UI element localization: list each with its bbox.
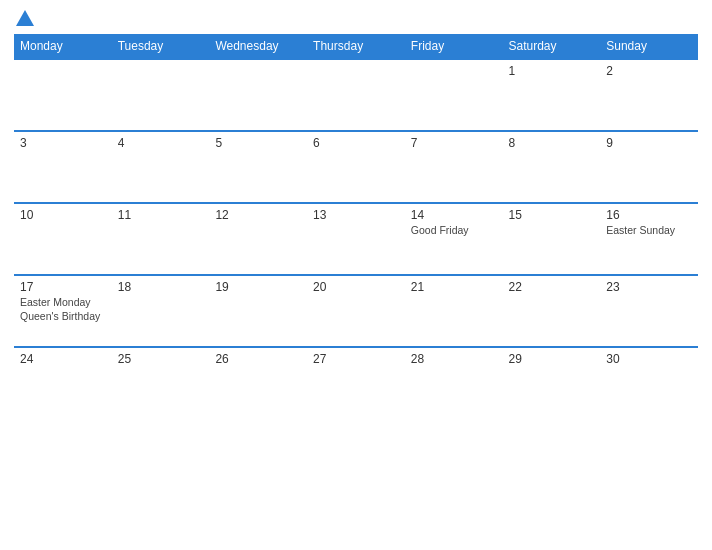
day-number: 4 xyxy=(118,136,204,150)
calendar-day-cell: 4 xyxy=(112,131,210,203)
calendar-week-row: 12 xyxy=(14,59,698,131)
calendar-day-cell: 13 xyxy=(307,203,405,275)
day-number: 29 xyxy=(509,352,595,366)
calendar-day-cell: 21 xyxy=(405,275,503,347)
calendar-day-cell: 29 xyxy=(503,347,601,419)
calendar-day-cell xyxy=(112,59,210,131)
weekday-header-sunday: Sunday xyxy=(600,34,698,59)
day-number: 15 xyxy=(509,208,595,222)
calendar-day-cell xyxy=(405,59,503,131)
day-number: 12 xyxy=(215,208,301,222)
calendar-day-cell xyxy=(14,59,112,131)
logo-triangle-icon xyxy=(16,10,34,26)
calendar-day-cell: 25 xyxy=(112,347,210,419)
calendar-day-cell: 18 xyxy=(112,275,210,347)
calendar-week-row: 17Easter MondayQueen's Birthday181920212… xyxy=(14,275,698,347)
weekday-header-saturday: Saturday xyxy=(503,34,601,59)
calendar-day-cell xyxy=(209,59,307,131)
day-number: 20 xyxy=(313,280,399,294)
calendar-day-cell: 7 xyxy=(405,131,503,203)
day-number: 23 xyxy=(606,280,692,294)
calendar-day-cell: 15 xyxy=(503,203,601,275)
calendar-day-cell: 28 xyxy=(405,347,503,419)
day-number: 9 xyxy=(606,136,692,150)
day-number: 5 xyxy=(215,136,301,150)
calendar-week-row: 3456789 xyxy=(14,131,698,203)
calendar-day-cell: 14Good Friday xyxy=(405,203,503,275)
calendar-day-cell: 2 xyxy=(600,59,698,131)
calendar-day-cell: 16Easter Sunday xyxy=(600,203,698,275)
calendar-thead: MondayTuesdayWednesdayThursdayFridaySatu… xyxy=(14,34,698,59)
weekday-header-monday: Monday xyxy=(14,34,112,59)
day-number: 30 xyxy=(606,352,692,366)
calendar-day-cell: 19 xyxy=(209,275,307,347)
calendar-day-cell: 23 xyxy=(600,275,698,347)
day-number: 18 xyxy=(118,280,204,294)
day-number: 11 xyxy=(118,208,204,222)
event-label: Queen's Birthday xyxy=(20,310,106,324)
calendar-body: 1234567891011121314Good Friday1516Easter… xyxy=(14,59,698,419)
event-label: Easter Monday xyxy=(20,296,106,310)
calendar-day-cell: 27 xyxy=(307,347,405,419)
event-label: Easter Sunday xyxy=(606,224,692,238)
weekday-header-friday: Friday xyxy=(405,34,503,59)
calendar-day-cell: 20 xyxy=(307,275,405,347)
calendar-table: MondayTuesdayWednesdayThursdayFridaySatu… xyxy=(14,34,698,419)
calendar-day-cell: 11 xyxy=(112,203,210,275)
calendar-day-cell: 30 xyxy=(600,347,698,419)
calendar-page: MondayTuesdayWednesdayThursdayFridaySatu… xyxy=(0,0,712,550)
calendar-day-cell: 12 xyxy=(209,203,307,275)
calendar-day-cell: 10 xyxy=(14,203,112,275)
day-number: 2 xyxy=(606,64,692,78)
calendar-week-row: 24252627282930 xyxy=(14,347,698,419)
weekday-header-tuesday: Tuesday xyxy=(112,34,210,59)
day-number: 19 xyxy=(215,280,301,294)
day-number: 13 xyxy=(313,208,399,222)
weekday-header-thursday: Thursday xyxy=(307,34,405,59)
day-number: 24 xyxy=(20,352,106,366)
day-number: 14 xyxy=(411,208,497,222)
day-number: 22 xyxy=(509,280,595,294)
day-number: 27 xyxy=(313,352,399,366)
day-number: 10 xyxy=(20,208,106,222)
day-number: 8 xyxy=(509,136,595,150)
day-number: 16 xyxy=(606,208,692,222)
day-number: 26 xyxy=(215,352,301,366)
calendar-day-cell xyxy=(307,59,405,131)
event-label: Good Friday xyxy=(411,224,497,238)
day-number: 1 xyxy=(509,64,595,78)
calendar-day-cell: 5 xyxy=(209,131,307,203)
calendar-day-cell: 8 xyxy=(503,131,601,203)
calendar-day-cell: 6 xyxy=(307,131,405,203)
calendar-day-cell: 22 xyxy=(503,275,601,347)
weekday-header-wednesday: Wednesday xyxy=(209,34,307,59)
day-number: 25 xyxy=(118,352,204,366)
calendar-day-cell: 24 xyxy=(14,347,112,419)
day-number: 6 xyxy=(313,136,399,150)
calendar-week-row: 1011121314Good Friday1516Easter Sunday xyxy=(14,203,698,275)
calendar-day-cell: 1 xyxy=(503,59,601,131)
calendar-day-cell: 26 xyxy=(209,347,307,419)
logo xyxy=(14,10,34,26)
day-number: 7 xyxy=(411,136,497,150)
day-number: 17 xyxy=(20,280,106,294)
day-number: 28 xyxy=(411,352,497,366)
calendar-header xyxy=(14,10,698,26)
calendar-day-cell: 3 xyxy=(14,131,112,203)
day-number: 21 xyxy=(411,280,497,294)
day-number: 3 xyxy=(20,136,106,150)
calendar-day-cell: 9 xyxy=(600,131,698,203)
calendar-day-cell: 17Easter MondayQueen's Birthday xyxy=(14,275,112,347)
weekday-header-row: MondayTuesdayWednesdayThursdayFridaySatu… xyxy=(14,34,698,59)
